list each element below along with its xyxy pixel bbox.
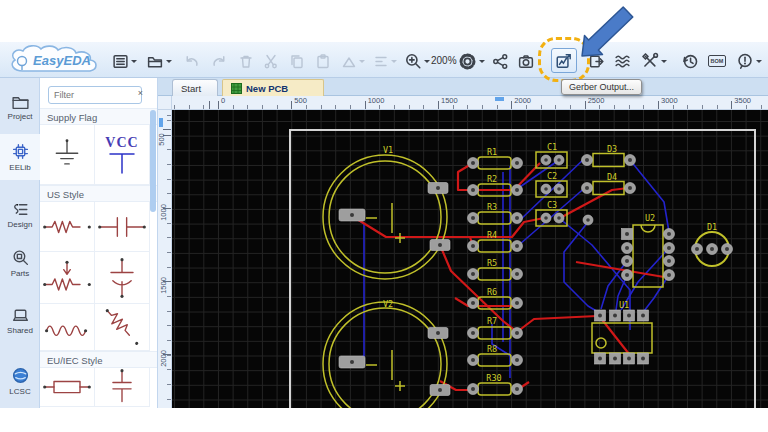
dropdown-caret bbox=[479, 60, 485, 66]
cursor-position-marker-x bbox=[495, 97, 504, 101]
copper-area-button[interactable] bbox=[613, 51, 632, 71]
sidebar-item-shared[interactable]: Shared bbox=[0, 298, 40, 344]
tab-new-pcb[interactable]: New PCB bbox=[222, 79, 324, 96]
sidebar: Project EELib Design Parts Shared LCSC bbox=[0, 78, 40, 408]
copy-icon bbox=[289, 53, 305, 70]
redo-icon bbox=[211, 53, 228, 70]
gerber-output-button[interactable] bbox=[551, 48, 577, 73]
delete-button[interactable] bbox=[238, 51, 254, 71]
paste-button[interactable] bbox=[315, 51, 331, 71]
svg-text:U2: U2 bbox=[645, 213, 655, 223]
svg-text:R2: R2 bbox=[487, 174, 497, 184]
rotate-button[interactable] bbox=[341, 51, 365, 71]
pcb-canvas[interactable]: V1V2R1R2R3R4R5R6R7R8R30C1C2C3D3D4U2D1U1 bbox=[172, 110, 768, 408]
menu-list-button[interactable] bbox=[112, 51, 137, 71]
export-image-button[interactable] bbox=[588, 51, 605, 71]
section-header-us-style: US Style bbox=[40, 185, 157, 202]
symbol-resistor-eu[interactable] bbox=[40, 368, 95, 407]
dropdown-caret bbox=[391, 60, 397, 66]
align-button[interactable] bbox=[373, 51, 397, 71]
symbol-capacitor-eu[interactable] bbox=[95, 368, 150, 407]
zoom-level: 200% bbox=[431, 55, 457, 66]
library-scrollbar[interactable] bbox=[150, 110, 156, 212]
svg-text:U1: U1 bbox=[619, 300, 629, 310]
share-button[interactable] bbox=[492, 51, 509, 71]
cut-button[interactable] bbox=[263, 51, 279, 71]
shared-laptop-icon bbox=[11, 307, 30, 324]
bom-button[interactable]: BOM bbox=[708, 51, 726, 71]
ruler-corner bbox=[158, 96, 172, 110]
symbol-resistor-us[interactable] bbox=[40, 202, 95, 252]
sidebar-item-lcsc[interactable]: LCSC bbox=[0, 358, 40, 404]
component-V2[interactable] bbox=[323, 302, 447, 408]
align-icon bbox=[373, 53, 389, 70]
u1-pads bbox=[595, 310, 649, 364]
section-header-supply-flag: Supply Flag bbox=[40, 108, 157, 125]
waves-icon bbox=[613, 53, 632, 70]
component-U2[interactable] bbox=[633, 225, 663, 287]
cursor-position-marker-y bbox=[159, 118, 163, 127]
zoom-button[interactable] bbox=[404, 51, 430, 71]
symbol-potentiometer[interactable] bbox=[40, 252, 95, 304]
document-tabbar: Start New PCB bbox=[158, 78, 768, 96]
svg-text:D3: D3 bbox=[607, 144, 617, 154]
section-header-eu-style: EU/IEC Style bbox=[40, 351, 157, 368]
camera-button[interactable] bbox=[517, 51, 535, 71]
gear-icon bbox=[458, 52, 477, 71]
symbol-capacitor-variable[interactable] bbox=[95, 252, 150, 304]
svg-text:R8: R8 bbox=[487, 344, 497, 354]
easyeda-logo: EasyEDA bbox=[6, 44, 110, 76]
symbol-resistor-diagonal[interactable] bbox=[95, 304, 150, 351]
horizontal-ruler: 0500100015002000250030003500 bbox=[172, 96, 768, 110]
sidebar-item-parts[interactable]: Parts bbox=[0, 240, 40, 286]
vertical-ruler: 500100015002000 bbox=[158, 110, 172, 408]
undo-button[interactable] bbox=[183, 51, 200, 71]
dropdown-caret bbox=[131, 60, 137, 66]
copy-button[interactable] bbox=[289, 51, 305, 71]
dropdown-caret bbox=[359, 60, 365, 66]
tools-button[interactable] bbox=[641, 51, 667, 71]
filter-input[interactable] bbox=[48, 86, 142, 104]
svg-text:V2: V2 bbox=[383, 299, 393, 309]
symbol-ground[interactable] bbox=[40, 125, 95, 185]
symbol-inductor[interactable] bbox=[40, 304, 95, 351]
clear-filter-icon[interactable]: × bbox=[138, 88, 143, 98]
svg-text:R4: R4 bbox=[487, 230, 497, 240]
open-folder-button[interactable] bbox=[146, 51, 172, 71]
share-icon bbox=[492, 53, 509, 70]
sidebar-item-design[interactable]: Design bbox=[0, 192, 40, 238]
editor-area: Start New PCB 05001000150020002500300035… bbox=[158, 78, 768, 408]
clipboard-icon bbox=[315, 53, 331, 70]
hammer-wrench-icon bbox=[641, 52, 659, 70]
symbol-capacitor-us[interactable] bbox=[95, 202, 150, 252]
svg-text:C3: C3 bbox=[547, 200, 557, 210]
redo-button[interactable] bbox=[211, 51, 228, 71]
sidebar-item-project[interactable]: Project bbox=[0, 84, 40, 130]
zoom-in-icon bbox=[404, 52, 422, 70]
symbol-vcc[interactable]: VCC bbox=[95, 125, 150, 185]
help-bubble-icon bbox=[736, 52, 754, 70]
resistor-pads bbox=[468, 158, 523, 395]
history-button[interactable] bbox=[681, 51, 699, 71]
easyeda-window: EasyEDA 200% bbox=[0, 0, 768, 432]
eelib-chip-icon bbox=[11, 142, 30, 161]
gerber-tooltip: Gerber Output... bbox=[561, 79, 642, 95]
camera-icon bbox=[517, 53, 535, 70]
settings-button[interactable] bbox=[458, 51, 485, 71]
svg-text:V1: V1 bbox=[383, 145, 393, 155]
component-U1[interactable] bbox=[592, 323, 652, 353]
resistor-bodies[interactable] bbox=[478, 157, 511, 395]
logo-text: EasyEDA bbox=[33, 53, 91, 68]
gerber-output-icon bbox=[555, 52, 573, 70]
help-button[interactable] bbox=[736, 51, 762, 71]
project-folder-icon bbox=[11, 94, 30, 110]
tab-start[interactable]: Start bbox=[172, 79, 218, 96]
sidebar-item-label: EELib bbox=[9, 163, 30, 172]
sidebar-item-label: Project bbox=[8, 112, 33, 121]
svg-text:D1: D1 bbox=[707, 222, 717, 232]
bom-icon: BOM bbox=[708, 55, 726, 67]
sidebar-item-eelib[interactable]: EELib bbox=[0, 134, 40, 180]
dropdown-caret bbox=[166, 60, 172, 66]
tab-label: Start bbox=[181, 83, 201, 94]
export-icon bbox=[588, 53, 605, 70]
